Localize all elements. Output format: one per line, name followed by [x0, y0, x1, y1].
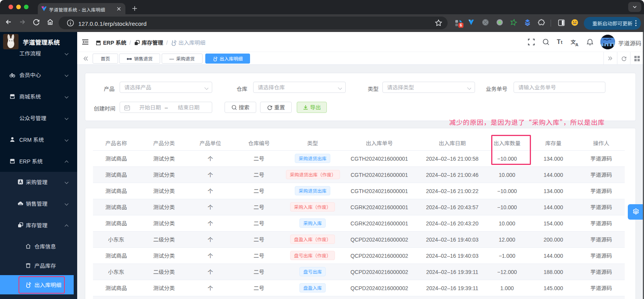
svg-text:t: t [561, 40, 563, 45]
svg-text:T: T [557, 39, 561, 45]
svg-text:6: 6 [460, 23, 462, 27]
